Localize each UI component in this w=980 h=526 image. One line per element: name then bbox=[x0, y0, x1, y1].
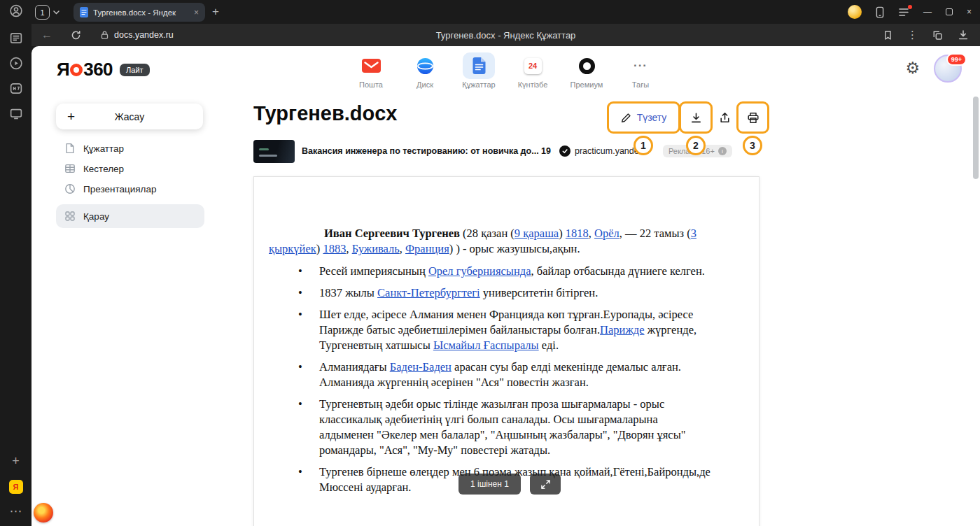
doc-link[interactable]: Орёл bbox=[594, 227, 620, 240]
download-button[interactable] bbox=[683, 105, 708, 130]
scrollbar-thumb[interactable] bbox=[973, 97, 979, 179]
doc-text: ) bbox=[559, 227, 566, 240]
logo-ring-icon bbox=[70, 64, 83, 76]
doc-link[interactable]: 1883 bbox=[323, 242, 346, 255]
panels-icon[interactable] bbox=[932, 30, 943, 41]
panel-add-icon[interactable]: + bbox=[12, 455, 20, 467]
doc-text: , bbox=[346, 242, 351, 255]
panel-more-icon[interactable]: ⋯ bbox=[10, 505, 22, 518]
premium-icon bbox=[570, 52, 603, 79]
advertiser-logo bbox=[559, 145, 570, 157]
refresh-icon[interactable] bbox=[71, 30, 81, 41]
doc-text: , байлар отбасында дүниеге келген. bbox=[531, 264, 704, 278]
print-button[interactable] bbox=[741, 105, 766, 130]
active-tab[interactable]: Тургенев.docx - Яндек × bbox=[74, 3, 205, 22]
nav-label: Күнтізбе bbox=[518, 80, 548, 89]
tab-list-icon[interactable] bbox=[898, 8, 909, 17]
pencil-icon bbox=[621, 113, 631, 123]
sidebar-item-tables[interactable]: Кестелер bbox=[56, 157, 204, 180]
window-minimize-button[interactable]: — bbox=[923, 7, 932, 17]
nav-calendar[interactable]: 24 Күнтізбе bbox=[506, 52, 560, 89]
window-maximize-button[interactable] bbox=[946, 8, 953, 15]
yandex-360-logo[interactable]: Я 360 Лайт bbox=[57, 59, 150, 80]
doc-link[interactable]: Баден-Баден bbox=[390, 360, 451, 374]
nav-disk[interactable]: Диск bbox=[398, 52, 452, 89]
create-label: Жасау bbox=[115, 111, 145, 122]
back-icon[interactable]: ← bbox=[41, 29, 52, 41]
logo-360: 360 bbox=[83, 59, 113, 80]
url-text[interactable]: docs.yandex.ru bbox=[114, 30, 174, 40]
fullscreen-button[interactable] bbox=[530, 474, 561, 495]
browser-side-panel: + Я ⋯ bbox=[0, 0, 31, 526]
doc-bullet-item: Шет елде, әсіресе Алмания менен Францияд… bbox=[269, 307, 714, 353]
screen-share-icon[interactable] bbox=[9, 107, 22, 120]
doc-text: ) bbox=[316, 242, 323, 255]
doc-link[interactable]: Франция bbox=[405, 242, 449, 255]
yandex-browser-icon[interactable] bbox=[34, 503, 53, 523]
yandex-app-icon[interactable]: Я bbox=[9, 480, 23, 494]
tab-close-icon[interactable]: × bbox=[194, 8, 199, 17]
tab-title: Тургенев.docx - Яндек bbox=[93, 8, 189, 17]
services-nav: Пошта Диск Құжаттар 24 Күнтізбе bbox=[344, 52, 668, 89]
profile-emoji-avatar[interactable] bbox=[848, 5, 862, 19]
profile-icon[interactable] bbox=[9, 4, 22, 17]
create-button[interactable]: + Жасау bbox=[56, 104, 203, 129]
advertiser: practicum.yandex bbox=[559, 145, 643, 157]
gear-icon[interactable]: ⚙ bbox=[905, 59, 920, 77]
addressbar-actions: ⋮ bbox=[883, 29, 969, 41]
yandex-docs-app: Я 360 Лайт Пошта Диск Құ bbox=[31, 46, 980, 526]
expand-icon bbox=[540, 479, 551, 490]
doc-text: , — 22 тамыз ( bbox=[620, 227, 691, 240]
nav-premium[interactable]: Премиум bbox=[560, 52, 614, 89]
doc-text: еді. bbox=[539, 339, 559, 352]
feed-icon[interactable] bbox=[9, 31, 22, 45]
doc-link[interactable]: Парижде bbox=[600, 323, 644, 336]
logo-ya: Я bbox=[57, 59, 69, 80]
edit-button[interactable]: Түзету bbox=[611, 105, 676, 130]
doc-bullet-item: Алманиядағы Баден-Баден арасан суы бар е… bbox=[269, 360, 714, 390]
more-icon: ··· bbox=[624, 52, 657, 79]
table-icon bbox=[64, 163, 76, 174]
nav-label: Тағы bbox=[632, 80, 649, 89]
share-icon bbox=[719, 112, 731, 124]
calendar-icon: 24 bbox=[517, 52, 549, 79]
presentation-icon bbox=[64, 183, 76, 194]
doc-link[interactable]: 9 қараша bbox=[514, 227, 559, 240]
play-icon[interactable] bbox=[9, 57, 22, 70]
nav-mail[interactable]: Пошта bbox=[344, 52, 398, 89]
doc-link[interactable]: Санкт-Петербургтегі bbox=[377, 286, 480, 299]
sidebar-item-view[interactable]: Қарау bbox=[56, 204, 204, 228]
plan-badge: Лайт bbox=[120, 64, 150, 76]
chevron-down-icon bbox=[53, 10, 59, 15]
ad-headline: Вакансия инженера по тестированию: от но… bbox=[302, 146, 554, 156]
site-info[interactable]: docs.yandex.ru bbox=[101, 30, 174, 40]
plus-icon: + bbox=[67, 109, 75, 125]
new-tab-button[interactable]: + bbox=[212, 5, 219, 19]
sidebar-item-documents[interactable]: Құжаттар bbox=[56, 137, 204, 159]
phone-icon[interactable] bbox=[876, 6, 884, 18]
tab-bar: 1 Тургенев.docx - Яндек × + — × bbox=[31, 0, 980, 24]
edit-label: Түзету bbox=[637, 112, 667, 123]
share-button[interactable] bbox=[712, 105, 737, 130]
doc-link[interactable]: Ысмайыл Ғаспыралы bbox=[433, 339, 539, 352]
doc-link[interactable]: 1818 bbox=[566, 227, 589, 240]
tab-group-chip[interactable]: 1 bbox=[35, 4, 59, 20]
sidebar-item-label: Кестелер bbox=[83, 164, 124, 174]
nav-documents[interactable]: Құжаттар bbox=[452, 52, 506, 89]
window-close-button[interactable]: × bbox=[967, 7, 972, 17]
app-badge-icon[interactable] bbox=[9, 82, 22, 95]
tab-group-count: 1 bbox=[35, 5, 50, 20]
sidebar-item-presentations[interactable]: Презентациялар bbox=[56, 178, 204, 200]
downloads-icon[interactable] bbox=[958, 29, 969, 41]
doc-link[interactable]: Орел губерниясында bbox=[428, 264, 531, 278]
user-avatar[interactable]: 99+ bbox=[934, 55, 962, 83]
docs-icon bbox=[463, 52, 495, 79]
address-bar: ← docs.yandex.ru Тургенев.docx - Яндекс … bbox=[31, 24, 980, 46]
doc-text: , bbox=[400, 242, 405, 255]
doc-text: , bbox=[589, 227, 594, 240]
nav-more[interactable]: ··· Тағы bbox=[614, 52, 668, 89]
doc-link[interactable]: Буживаль bbox=[352, 242, 400, 255]
bookmark-icon[interactable] bbox=[883, 30, 892, 41]
menu-dots-icon[interactable]: ⋮ bbox=[907, 29, 918, 41]
main-content: Тургенев.docx Түзету 1 2 3 bbox=[210, 92, 980, 526]
